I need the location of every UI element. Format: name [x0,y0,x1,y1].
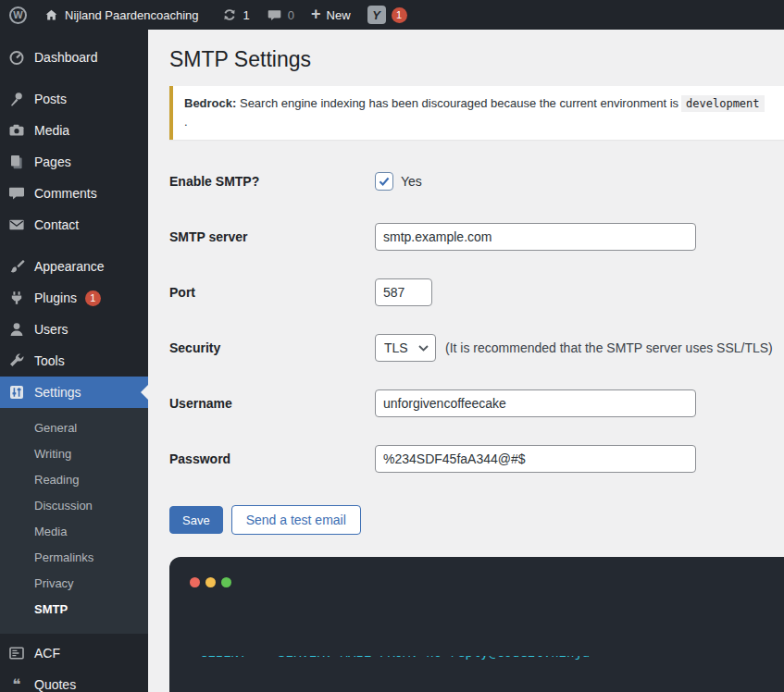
site-name-link[interactable]: Nijland Paardencoaching [35,0,207,30]
security-select[interactable]: TLS [375,334,436,362]
sidebar-item-posts[interactable]: Posts [0,83,148,115]
notice-text: Search engine indexing has been discoura… [236,96,678,110]
sidebar-item-label: Plugins [34,290,77,305]
users-icon [7,320,26,339]
sidebar-item-settings[interactable]: Settings [0,377,148,408]
submenu-item-media[interactable]: Media [0,519,148,545]
smtp-server-input[interactable] [375,223,696,251]
comment-count: 0 [288,8,294,22]
yoast-seo-link[interactable]: Y 1 [359,0,416,30]
admin-sidebar: Dashboard Posts Media Pages Comments Con… [0,30,148,692]
comments-link[interactable]: 0 [258,0,303,30]
sidebar-item-label: Posts [34,92,67,106]
sidebar-item-label: Pages [34,154,71,169]
settings-submenu: General Writing Reading Discussion Media… [0,408,148,634]
smtp-server-label: SMTP server [169,229,375,244]
update-count: 1 [243,8,250,22]
pages-icon [7,153,26,171]
new-content-link[interactable]: + New [303,0,359,30]
new-label: New [327,8,351,22]
submenu-item-general[interactable]: General [0,415,148,441]
home-icon [44,7,59,23]
security-label: Security [169,340,375,355]
site-name: Nijland Paardencoaching [65,8,199,22]
terminal-log: > CLIENT >> SERVER: MAIL FROM:<no-reply@… [169,613,784,692]
main-content: SMTP Settings Bedrock: Search engine ind… [148,30,784,692]
terminal-maximize-dot-icon [221,577,231,587]
sidebar-item-media[interactable]: Media [0,115,148,146]
wordpress-icon: W [9,6,27,24]
form-row-password: Password [169,431,784,487]
password-input[interactable] [375,445,696,473]
sidebar-item-appearance[interactable]: Appearance [0,251,148,282]
menu-separator [0,73,148,83]
sidebar-item-pages[interactable]: Pages [0,146,148,178]
terminal-line: > CLIENT >> SERVER: MAIL FROM:<no-reply@… [184,656,784,663]
sidebar-item-label: Media [34,123,69,138]
form-row-port: Port [169,265,784,320]
checkmark-icon [378,175,391,188]
submenu-item-reading[interactable]: Reading [0,467,148,493]
submenu-item-permalinks[interactable]: Permalinks [0,545,148,571]
terminal-minimize-dot-icon [205,577,216,587]
smtp-debug-terminal: > CLIENT >> SERVER: MAIL FROM:<no-reply@… [169,557,784,692]
security-note: (It is recommended that the SMTP server … [445,340,773,355]
save-button[interactable]: Save [169,506,223,534]
username-label: Username [169,396,375,411]
notice-suffix: . [184,115,188,129]
environment-code-chip: development [681,95,764,112]
form-row-enable-smtp: Enable SMTP? Yes [169,154,784,209]
appearance-icon [7,257,26,276]
terminal-window-controls [169,557,784,587]
sidebar-item-label: Users [34,322,68,337]
admin-bar: W Nijland Paardencoaching 1 0 + New Y 1 [0,0,784,30]
submenu-item-discussion[interactable]: Discussion [0,493,148,519]
wordpress-menu[interactable]: W [0,0,35,30]
sidebar-item-label: Dashboard [34,50,98,65]
comments-icon [7,184,26,203]
envelope-icon [7,216,26,234]
sidebar-item-acf[interactable]: ACF [0,637,148,669]
plus-icon: + [311,6,321,22]
form-row-smtp-server: SMTP server [169,209,784,265]
sidebar-item-label: Appearance [34,259,105,274]
sidebar-item-label: Tools [34,353,65,368]
sidebar-item-dashboard[interactable]: Dashboard [0,42,148,73]
form-actions: Save Send a test email [169,505,784,535]
posts-icon [7,90,26,108]
sidebar-item-users[interactable]: Users [0,314,148,345]
sidebar-item-tools[interactable]: Tools [0,345,148,377]
terminal-close-dot-icon [190,577,200,587]
sidebar-item-comments[interactable]: Comments [0,178,148,209]
current-menu-arrow [141,385,148,400]
sidebar-item-contact[interactable]: Contact [0,209,148,241]
enable-smtp-label: Enable SMTP? [169,174,375,189]
tools-icon [7,352,26,370]
sidebar-item-label: Contact [34,217,79,232]
submenu-item-writing[interactable]: Writing [0,441,148,467]
port-input[interactable] [375,278,432,306]
submenu-item-privacy[interactable]: Privacy [0,571,148,597]
sidebar-item-label: Quotes [34,677,76,692]
sidebar-item-plugins[interactable]: Plugins 1 [0,282,148,314]
sidebar-item-label: ACF [34,646,60,661]
enable-smtp-checkbox[interactable] [375,172,393,191]
submenu-item-smtp[interactable]: SMTP [0,597,148,623]
page-title: SMTP Settings [169,30,784,80]
sidebar-item-quotes[interactable]: ❝ Quotes [0,669,148,692]
send-test-email-button[interactable]: Send a test email [231,505,361,535]
security-selected-value: TLS [384,340,408,355]
menu-separator [0,241,148,251]
update-icon [221,6,238,23]
smtp-settings-form: Enable SMTP? Yes SMTP server Port Securi… [169,154,784,487]
notice-source: Bedrock: [184,96,236,110]
username-input[interactable] [375,389,696,417]
settings-icon [7,383,26,402]
updates-link[interactable]: 1 [213,0,258,30]
password-label: Password [169,451,375,466]
form-row-username: Username [169,376,784,431]
dashboard-icon [7,48,26,67]
plugins-icon [7,289,26,307]
sidebar-item-label: Settings [34,385,81,400]
yoast-notification-badge: 1 [392,7,407,23]
